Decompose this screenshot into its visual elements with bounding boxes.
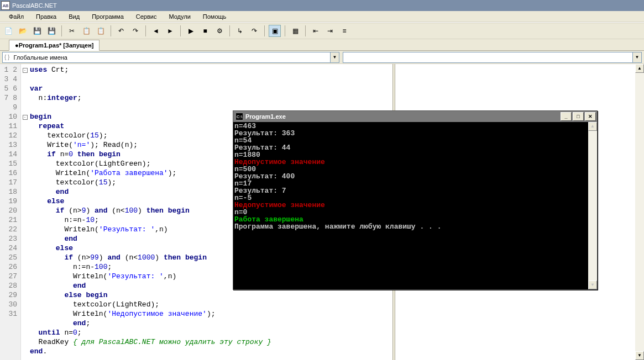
menu-помощь[interactable]: Помощь <box>198 12 231 21</box>
undo-icon[interactable]: ↶ <box>115 25 127 37</box>
navigation-bar: { } ▼ ▼ <box>0 51 644 64</box>
vertical-scrollbar[interactable]: ▲ ▼ <box>635 64 644 360</box>
console-window[interactable]: C:\ Program1.exe _ □ ✕ n=463Результат: 3… <box>233 110 598 290</box>
cut-icon[interactable]: ✂ <box>66 25 78 37</box>
scroll-up-icon[interactable]: ▲ <box>588 122 597 131</box>
compile-icon[interactable]: ⚙ <box>213 25 226 37</box>
stop-icon[interactable]: ■ <box>199 25 211 37</box>
redo-icon[interactable]: ↷ <box>129 25 142 37</box>
new-file-icon[interactable]: 📄 <box>2 25 14 37</box>
dropdown-icon[interactable]: ▼ <box>330 52 339 62</box>
paste-icon[interactable]: 📋 <box>95 25 107 37</box>
toolbar-separator <box>264 25 265 36</box>
copy-icon[interactable]: 📋 <box>80 25 92 37</box>
console-scrollbar[interactable]: ▲ ▼ <box>588 122 597 289</box>
console-titlebar[interactable]: C:\ Program1.exe _ □ ✕ <box>233 111 597 122</box>
menu-файл[interactable]: Файл <box>4 12 28 21</box>
scroll-down-icon[interactable]: ▼ <box>635 351 644 360</box>
console-output: n=463Результат: 363n=54Результат: 44n=18… <box>233 122 588 289</box>
console-title: Program1.exe <box>245 113 286 120</box>
namespace-combo[interactable]: { } ▼ <box>2 52 339 63</box>
form-view-icon[interactable]: ▦ <box>289 25 301 37</box>
namespace-input[interactable] <box>11 52 330 62</box>
braces-icon: { } <box>3 54 11 60</box>
scroll-track[interactable] <box>635 73 644 351</box>
nav-fwd-icon[interactable]: ► <box>164 25 176 37</box>
tab-program1[interactable]: ●Program1.pas* [Запущен] <box>9 40 100 51</box>
toolbar-separator <box>180 25 181 36</box>
minimize-button[interactable]: _ <box>561 112 572 121</box>
toolbar-separator <box>61 25 62 36</box>
titlebar: AB PascalABC.NET <box>0 0 644 11</box>
close-button[interactable]: ✕ <box>585 112 596 121</box>
member-combo[interactable]: ▼ <box>343 52 642 63</box>
menu-сервис[interactable]: Сервис <box>132 12 161 21</box>
toolbar-separator <box>305 25 306 36</box>
member-input[interactable] <box>343 52 632 62</box>
scroll-track[interactable] <box>588 131 597 280</box>
nav-back-icon[interactable]: ◄ <box>150 25 162 37</box>
save-all-icon[interactable]: 💾 <box>45 25 57 37</box>
toolbar-separator <box>229 25 230 36</box>
line-gutter: 1 2 3 4 5 6 7 8 9 10 11 12 13 14 15 16 1… <box>0 64 21 360</box>
menu-вид[interactable]: Вид <box>64 12 84 21</box>
app-icon: AB <box>1 1 10 10</box>
toolbar: 📄📂💾💾✂📋📋↶↷◄►▶■⚙↳↷▣▦⇤⇥≡ <box>0 23 644 39</box>
format-icon[interactable]: ≡ <box>338 25 350 37</box>
fold-toggle-icon[interactable]: - <box>23 68 28 73</box>
menu-правка[interactable]: Правка <box>32 12 61 21</box>
toolbar-separator <box>285 25 285 36</box>
step-over-icon[interactable]: ↷ <box>248 25 260 37</box>
scroll-down-icon[interactable]: ▼ <box>588 280 597 289</box>
fold-gutter: -- <box>21 64 29 360</box>
open-file-icon[interactable]: 📂 <box>17 25 29 37</box>
console-app-icon: C:\ <box>235 113 243 120</box>
menu-модули[interactable]: Модули <box>164 12 195 21</box>
menu-программа[interactable]: Программа <box>87 12 128 21</box>
dropdown-icon[interactable]: ▼ <box>632 52 641 62</box>
scroll-up-icon[interactable]: ▲ <box>635 64 644 73</box>
app-title: PascalABC.NET <box>12 2 57 9</box>
run-icon[interactable]: ▶ <box>185 25 197 37</box>
maximize-button[interactable]: □ <box>573 112 584 121</box>
indent-right-icon[interactable]: ⇥ <box>324 25 336 37</box>
indent-left-icon[interactable]: ⇤ <box>310 25 322 37</box>
tabbar: ●Program1.pas* [Запущен] <box>0 39 644 51</box>
save-icon[interactable]: 💾 <box>31 25 43 37</box>
fold-toggle-icon[interactable]: - <box>23 115 28 120</box>
toolbar-separator <box>145 25 146 36</box>
menubar: ФайлПравкаВидПрограммаСервисМодулиПомощь <box>0 11 644 22</box>
console-run-icon[interactable]: ▣ <box>269 25 281 37</box>
step-into-icon[interactable]: ↳ <box>234 25 246 37</box>
toolbar-separator <box>111 25 111 36</box>
